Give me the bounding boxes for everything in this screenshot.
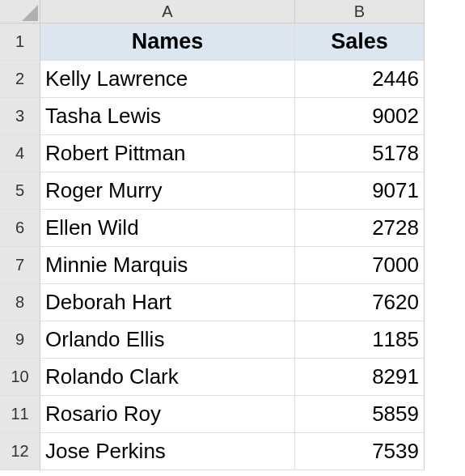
row-header-8[interactable]: 8 (0, 284, 40, 321)
row-header-4[interactable]: 4 (0, 135, 40, 172)
sales-value: 5859 (372, 402, 419, 427)
sales-value: 9002 (372, 104, 419, 129)
spreadsheet-grid[interactable]: A B 1 Names Sales 2 Kelly Lawrence 2446 … (0, 0, 465, 470)
sales-value: 8291 (372, 364, 419, 389)
row-header-9[interactable]: 9 (0, 321, 40, 359)
sales-value: 7000 (372, 253, 419, 278)
name-value: Ellen Wild (45, 215, 139, 240)
cell-b11[interactable]: 5859 (295, 396, 425, 433)
row-header-7[interactable]: 7 (0, 247, 40, 284)
cell-a2[interactable]: Kelly Lawrence (40, 61, 295, 98)
sales-value: 1185 (372, 327, 419, 352)
row-header-1[interactable]: 1 (0, 23, 40, 61)
header-sales: Sales (331, 29, 388, 54)
row-header-6[interactable]: 6 (0, 210, 40, 247)
name-value: Rolando Clark (45, 364, 179, 389)
cell-b2[interactable]: 2446 (295, 61, 425, 98)
cell-b9[interactable]: 1185 (295, 321, 425, 359)
row-header-5[interactable]: 5 (0, 172, 40, 210)
sales-value: 7620 (372, 290, 419, 315)
sales-value: 5178 (372, 141, 419, 166)
cell-b5[interactable]: 9071 (295, 172, 425, 210)
sales-value: 2728 (372, 215, 419, 240)
cell-a3[interactable]: Tasha Lewis (40, 98, 295, 135)
row-header-12[interactable]: 12 (0, 433, 40, 470)
name-value: Roger Murry (45, 178, 162, 203)
column-header-a[interactable]: A (40, 0, 295, 23)
sales-value: 2446 (372, 66, 419, 91)
cell-b8[interactable]: 7620 (295, 284, 425, 321)
cell-a4[interactable]: Robert Pittman (40, 135, 295, 172)
cell-a5[interactable]: Roger Murry (40, 172, 295, 210)
header-names: Names (132, 29, 204, 54)
cell-a10[interactable]: Rolando Clark (40, 359, 295, 396)
name-value: Orlando Ellis (45, 327, 164, 352)
cell-b7[interactable]: 7000 (295, 247, 425, 284)
cell-b10[interactable]: 8291 (295, 359, 425, 396)
cell-b6[interactable]: 2728 (295, 210, 425, 247)
select-all-corner[interactable] (0, 0, 40, 23)
cell-b1[interactable]: Sales (295, 23, 425, 61)
name-value: Jose Perkins (45, 439, 166, 464)
cell-a6[interactable]: Ellen Wild (40, 210, 295, 247)
sales-value: 9071 (372, 178, 419, 203)
cell-b3[interactable]: 9002 (295, 98, 425, 135)
sales-value: 7539 (372, 439, 419, 464)
cell-a7[interactable]: Minnie Marquis (40, 247, 295, 284)
cell-a11[interactable]: Rosario Roy (40, 396, 295, 433)
name-value: Deborah Hart (45, 290, 171, 315)
name-value: Rosario Roy (45, 402, 161, 427)
name-value: Minnie Marquis (45, 253, 188, 278)
row-header-10[interactable]: 10 (0, 359, 40, 396)
row-header-2[interactable]: 2 (0, 61, 40, 98)
name-value: Tasha Lewis (45, 104, 161, 129)
name-value: Kelly Lawrence (45, 66, 188, 91)
cell-a9[interactable]: Orlando Ellis (40, 321, 295, 359)
cell-b4[interactable]: 5178 (295, 135, 425, 172)
name-value: Robert Pittman (45, 141, 185, 166)
cell-a12[interactable]: Jose Perkins (40, 433, 295, 470)
cell-a1[interactable]: Names (40, 23, 295, 61)
cell-b12[interactable]: 7539 (295, 433, 425, 470)
row-header-11[interactable]: 11 (0, 396, 40, 433)
cell-a8[interactable]: Deborah Hart (40, 284, 295, 321)
row-header-3[interactable]: 3 (0, 98, 40, 135)
column-header-b[interactable]: B (295, 0, 425, 23)
